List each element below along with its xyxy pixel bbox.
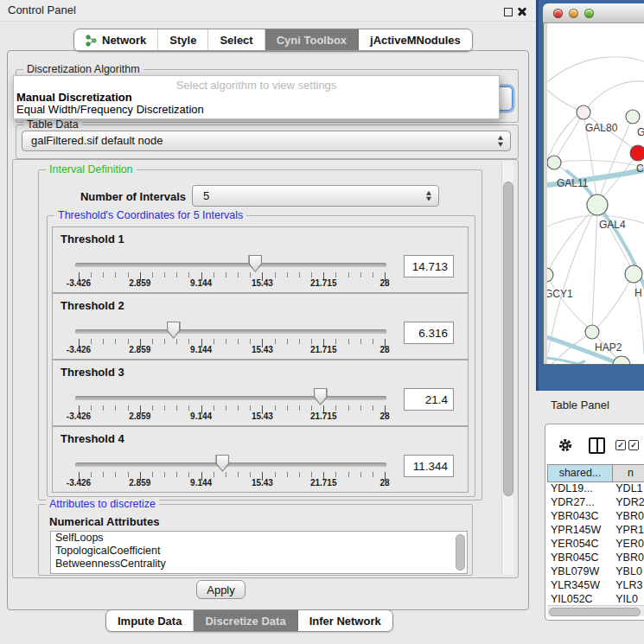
tick-label: 2.859 bbox=[129, 345, 150, 354]
tick-label: 28 bbox=[379, 411, 389, 421]
list-item[interactable]: TopologicalCoefficient bbox=[51, 545, 467, 558]
threshold-slider-track[interactable] bbox=[75, 462, 386, 467]
threshold-value-field[interactable]: 11.344 bbox=[404, 455, 454, 477]
network-node-label: GCY1 bbox=[547, 288, 573, 300]
network-node[interactable] bbox=[577, 105, 590, 119]
control-panel-titlebar: Control Panel bbox=[0, 0, 536, 22]
network-node[interactable] bbox=[547, 268, 553, 282]
slider-tick-labels: -3.4262.8599.14415.4321.71528 bbox=[53, 478, 468, 489]
tab-label: Style bbox=[169, 34, 196, 47]
network-edge bbox=[547, 275, 590, 329]
group-legend: Discretization Algorithm bbox=[23, 63, 143, 75]
threshold-slider-thumb[interactable] bbox=[215, 455, 229, 472]
numerical-attributes-list[interactable]: SelfLoopsTopologicalCoefficientBetweenne… bbox=[50, 531, 468, 574]
tick-label: -3.426 bbox=[67, 345, 91, 354]
network-edge bbox=[547, 215, 644, 226]
table-data-combo[interactable]: galFiltered.sif default node bbox=[22, 131, 511, 151]
threshold-4-block: Threshold 4 -3.4262.8599.14415.4321.7152… bbox=[52, 426, 469, 493]
table-row[interactable]: YBR045CYBR0 bbox=[547, 552, 644, 565]
column-header-shared-name[interactable]: shared... bbox=[547, 464, 613, 482]
table-row[interactable]: YDR27...YDR2 bbox=[547, 496, 644, 510]
settings-scrollbar-thumb[interactable] bbox=[503, 182, 513, 496]
zoom-traffic-light-icon[interactable] bbox=[584, 9, 594, 18]
number-of-intervals-spinner[interactable]: 5 bbox=[192, 185, 439, 207]
threshold-value-field[interactable]: 21.4 bbox=[404, 388, 454, 411]
group-legend: Attributes to discretize bbox=[46, 498, 159, 510]
table-header-row: shared... n bbox=[547, 464, 644, 482]
network-canvas[interactable]: GAL80GCGAL11GAL4GCY1HHAP2 bbox=[547, 23, 644, 364]
cell-name: YIL0 bbox=[610, 593, 644, 605]
threshold-value-field[interactable]: 14.713 bbox=[404, 255, 454, 277]
tick-label: 15.43 bbox=[252, 278, 273, 288]
network-icon bbox=[86, 35, 97, 47]
group-legend: Threshold's Coordinates for 5 Intervals bbox=[54, 209, 246, 221]
list-item[interactable]: BetweennessCentrality bbox=[51, 558, 467, 571]
table-row[interactable]: YER054CYER0 bbox=[547, 538, 644, 552]
close-icon[interactable] bbox=[517, 6, 527, 16]
table-hscrollbar-thumb[interactable] bbox=[549, 608, 641, 616]
list-scrollbar-thumb[interactable] bbox=[456, 534, 465, 571]
checkbox-icon[interactable]: ✓ bbox=[615, 440, 626, 450]
network-node[interactable] bbox=[630, 145, 644, 161]
table-row[interactable]: YBR043CYBR0 bbox=[547, 510, 644, 524]
network-node[interactable] bbox=[626, 110, 640, 124]
column-header-name[interactable]: n bbox=[613, 464, 644, 482]
threshold-slider-thumb[interactable] bbox=[248, 255, 262, 272]
table-row[interactable]: YBL079WYBL0 bbox=[547, 565, 644, 579]
checkbox-icon[interactable]: ✓ bbox=[628, 440, 639, 450]
close-traffic-light-icon[interactable] bbox=[553, 9, 563, 18]
network-edge bbox=[597, 205, 632, 270]
columns-icon[interactable] bbox=[589, 437, 605, 454]
network-node[interactable] bbox=[547, 156, 561, 169]
table-row[interactable]: YPR145WYPR1 bbox=[547, 524, 644, 538]
apply-button[interactable]: Apply bbox=[196, 580, 245, 599]
threshold-slider-track[interactable] bbox=[75, 263, 386, 267]
threshold-slider-track[interactable] bbox=[75, 329, 386, 334]
tab-cyni-toolbox[interactable]: Cyni Toolbox bbox=[265, 29, 359, 51]
cell-name: YDL1 bbox=[610, 482, 644, 496]
tab-discretize-data[interactable]: Discretize Data bbox=[194, 610, 297, 631]
threshold-label: Threshold 1 bbox=[61, 233, 124, 245]
panel-title: Control Panel bbox=[8, 3, 76, 16]
attribute-items: SelfLoopsTopologicalCoefficientBetweenne… bbox=[51, 532, 467, 571]
network-node-label: GAL80 bbox=[585, 122, 618, 134]
network-node[interactable] bbox=[625, 265, 642, 283]
threshold-value-field[interactable]: 6.316 bbox=[404, 322, 454, 344]
tab-select[interactable]: Select bbox=[208, 29, 265, 51]
tab-network[interactable]: Network bbox=[74, 29, 158, 51]
threshold-slider-thumb[interactable] bbox=[167, 322, 181, 339]
float-window-icon[interactable] bbox=[504, 8, 513, 16]
network-node[interactable] bbox=[585, 325, 599, 339]
gear-icon[interactable] bbox=[558, 437, 573, 453]
tab-impute-data[interactable]: Impute Data bbox=[106, 610, 194, 631]
tab-label: Discretize Data bbox=[205, 615, 285, 628]
tick-label: 21.715 bbox=[310, 478, 337, 488]
bottom-tabbar: Impute Data Discretize Data Infer Networ… bbox=[105, 609, 393, 632]
tick-label: 15.43 bbox=[252, 411, 273, 421]
network-node[interactable] bbox=[587, 194, 608, 215]
cell-name: YER0 bbox=[610, 538, 644, 552]
tab-style[interactable]: Style bbox=[158, 29, 208, 51]
top-tabbar: Network Style Select Cyni Toolbox jActiv… bbox=[73, 29, 473, 52]
dropdown-option-manual-discretization[interactable]: Manual Discretization bbox=[16, 91, 132, 104]
minimize-traffic-light-icon[interactable] bbox=[569, 9, 578, 18]
threshold-slider-track[interactable] bbox=[75, 396, 386, 400]
node-table-body[interactable]: YDL19...YDL1YDR27...YDR2YBR043CYBR0YPR14… bbox=[547, 482, 644, 605]
list-item[interactable]: SelfLoops bbox=[51, 532, 467, 545]
dropdown-option-equal-width[interactable]: Equal Width/Frequency Discretization bbox=[16, 103, 204, 116]
threshold-label: Threshold 3 bbox=[61, 366, 124, 379]
cell-shared-name: YBL079W bbox=[547, 565, 610, 579]
table-row[interactable]: YIL052CYIL0 bbox=[547, 593, 644, 605]
tick-label: 2.859 bbox=[129, 411, 150, 421]
cell-name: YPR1 bbox=[610, 524, 644, 538]
table-row[interactable]: YDL19...YDL1 bbox=[547, 482, 644, 496]
tab-infer-network[interactable]: Infer Network bbox=[298, 610, 392, 631]
table-hscrollbar-track[interactable] bbox=[547, 605, 644, 616]
tab-jactivemnodules[interactable]: jActiveMNodules bbox=[359, 29, 472, 51]
threshold-slider-thumb[interactable] bbox=[314, 388, 328, 405]
network-node-label: GAL11 bbox=[557, 177, 589, 189]
table-row[interactable]: YLR345WYLR3 bbox=[547, 579, 644, 593]
network-edge bbox=[583, 81, 644, 112]
tick-label: 15.43 bbox=[252, 478, 273, 488]
tick-label: 9.144 bbox=[190, 278, 212, 288]
